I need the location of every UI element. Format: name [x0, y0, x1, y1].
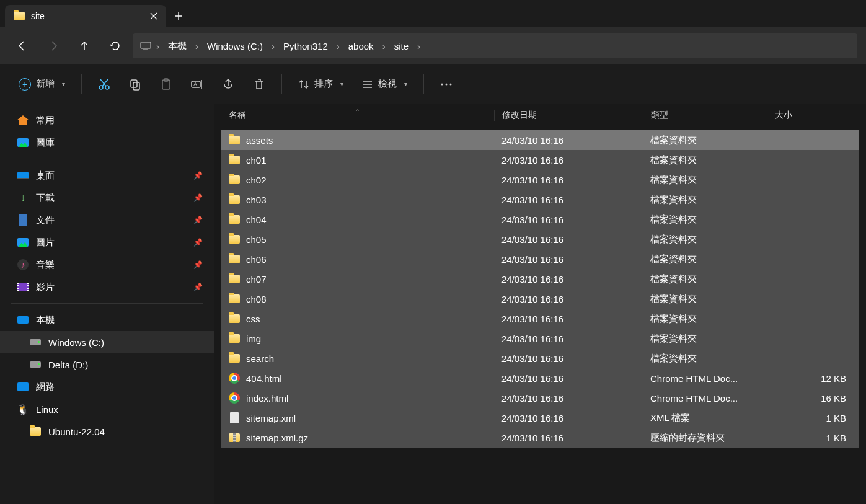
- gallery-icon: [17, 137, 29, 148]
- breadcrumb-item[interactable]: Windows (C:): [203, 40, 267, 53]
- file-size: 1 KB: [767, 433, 859, 443]
- share-button[interactable]: [214, 72, 242, 97]
- file-row[interactable]: ch0224/03/10 16:16檔案資料夾: [221, 170, 859, 190]
- file-row[interactable]: ch0424/03/10 16:16檔案資料夾: [221, 210, 859, 229]
- file-date: 24/03/10 16:16: [494, 195, 643, 205]
- file-type: 檔案資料夾: [643, 135, 767, 146]
- breadcrumb-item[interactable]: site: [391, 40, 412, 53]
- file-row[interactable]: sitemap.xml.gz24/03/10 16:16壓縮的封存資料夾1 KB: [221, 428, 859, 448]
- chevron-right-icon: ›: [337, 41, 340, 51]
- column-header-type[interactable]: 類型: [643, 110, 767, 121]
- file-name: ch03: [246, 195, 267, 205]
- tab-site[interactable]: site: [5, 5, 166, 27]
- file-row[interactable]: img24/03/10 16:16檔案資料夾: [221, 329, 859, 348]
- separator: [11, 303, 203, 304]
- sidebar-item-this-pc[interactable]: 本機: [0, 309, 214, 331]
- copy-button[interactable]: [122, 72, 149, 97]
- folder-icon: [14, 11, 25, 22]
- column-header-size[interactable]: 大小: [767, 110, 859, 121]
- sidebar-item-network[interactable]: 網路: [0, 376, 214, 398]
- sidebar-item-ubuntu[interactable]: Ubuntu-22.04: [0, 420, 214, 443]
- column-header-date[interactable]: 修改日期: [494, 110, 643, 121]
- sidebar-label: 圖片: [36, 237, 55, 249]
- file-name: ch07: [246, 274, 267, 285]
- sidebar-item-documents[interactable]: 文件📌: [0, 209, 214, 231]
- file-name: ch08: [246, 294, 267, 304]
- file-date: 24/03/10 16:16: [494, 175, 643, 185]
- sidebar-item-drive-d[interactable]: Delta (D:): [0, 353, 214, 376]
- file-row[interactable]: ch0624/03/10 16:16檔案資料夾: [221, 249, 859, 269]
- file-size: 16 KB: [767, 393, 859, 404]
- sidebar-item-pictures[interactable]: 圖片📌: [0, 231, 214, 254]
- folder-icon: [30, 426, 41, 437]
- up-button[interactable]: [71, 33, 98, 58]
- network-icon: [17, 381, 29, 392]
- separator: [11, 159, 203, 159]
- music-icon: ♪: [17, 259, 29, 270]
- paste-button[interactable]: [152, 72, 180, 97]
- column-headers: ⌃名稱 修改日期 類型 大小: [221, 104, 859, 126]
- chevron-right-icon: ›: [417, 41, 420, 51]
- sidebar-item-desktop[interactable]: 桌面📌: [0, 164, 214, 187]
- sidebar-item-music[interactable]: ♪音樂📌: [0, 254, 214, 276]
- drive-icon: [30, 359, 41, 370]
- chevron-down-icon: ▾: [340, 81, 343, 87]
- file-size: 12 KB: [767, 373, 859, 384]
- file-row[interactable]: 404.html24/03/10 16:16Chrome HTML Doc...…: [221, 368, 859, 388]
- new-button[interactable]: + 新增 ▾: [11, 72, 73, 97]
- file-row[interactable]: ch0824/03/10 16:16檔案資料夾: [221, 289, 859, 309]
- sort-indicator-icon: ⌃: [355, 108, 360, 115]
- view-button[interactable]: 檢視 ▾: [355, 72, 415, 97]
- file-row[interactable]: ch0324/03/10 16:16檔案資料夾: [221, 190, 859, 210]
- breadcrumb-item[interactable]: abook: [345, 40, 378, 53]
- breadcrumb-item[interactable]: Python312: [280, 40, 332, 53]
- file-row[interactable]: search24/03/10 16:16檔案資料夾: [221, 348, 859, 368]
- file-type: 壓縮的封存資料夾: [643, 432, 767, 444]
- sidebar-label: 網路: [36, 381, 55, 393]
- refresh-button[interactable]: [102, 33, 129, 58]
- file-row[interactable]: assets24/03/10 16:16檔案資料夾: [221, 130, 859, 150]
- file-name: ch04: [246, 214, 267, 225]
- file-row[interactable]: ch0724/03/10 16:16檔案資料夾: [221, 269, 859, 289]
- chevron-right-icon: ›: [195, 41, 198, 51]
- file-row[interactable]: ch0124/03/10 16:16檔案資料夾: [221, 150, 859, 170]
- file-date: 24/03/10 16:16: [494, 294, 643, 304]
- desktop-icon: [17, 170, 29, 181]
- new-tab-button[interactable]: [166, 5, 191, 27]
- file-list-pane: ⌃名稱 修改日期 類型 大小 assets24/03/10 16:16檔案資料夾…: [214, 104, 866, 504]
- close-tab-button[interactable]: [150, 12, 157, 20]
- sidebar-item-downloads[interactable]: ↓下載📌: [0, 187, 214, 209]
- column-header-name[interactable]: ⌃名稱: [221, 110, 494, 121]
- folder-icon: [229, 154, 240, 166]
- delete-button[interactable]: [245, 72, 273, 97]
- plus-circle-icon: +: [19, 78, 31, 91]
- chevron-down-icon: ▾: [404, 81, 407, 87]
- sidebar-item-home[interactable]: 常用: [0, 109, 214, 131]
- address-bar[interactable]: › 本機 › Windows (C:) › Python312 › abook …: [133, 33, 857, 58]
- sidebar-item-drive-c[interactable]: Windows (C:): [0, 331, 214, 353]
- svg-text:A: A: [193, 81, 197, 87]
- more-button[interactable]: [433, 72, 460, 97]
- file-row[interactable]: css24/03/10 16:16檔案資料夾: [221, 309, 859, 329]
- file-rows: assets24/03/10 16:16檔案資料夾ch0124/03/10 16…: [221, 126, 859, 504]
- chrome-icon: [229, 392, 240, 404]
- file-date: 24/03/10 16:16: [494, 274, 643, 285]
- sort-button[interactable]: 排序 ▾: [291, 72, 351, 97]
- sidebar-label: 音樂: [36, 259, 55, 271]
- sidebar-item-videos[interactable]: 影片📌: [0, 276, 214, 298]
- file-row[interactable]: sitemap.xml24/03/10 16:16XML 檔案1 KB: [221, 408, 859, 428]
- sidebar-item-gallery[interactable]: 圖庫: [0, 131, 214, 154]
- sidebar-label: 影片: [36, 281, 55, 293]
- breadcrumb-item[interactable]: 本機: [164, 39, 190, 53]
- file-type: 檔案資料夾: [643, 194, 767, 206]
- back-button[interactable]: [9, 33, 36, 58]
- forward-button[interactable]: [40, 33, 67, 58]
- rename-button[interactable]: A: [183, 72, 211, 97]
- file-row[interactable]: ch0524/03/10 16:16檔案資料夾: [221, 229, 859, 249]
- file-row[interactable]: index.html24/03/10 16:16Chrome HTML Doc.…: [221, 388, 859, 408]
- sidebar-item-linux[interactable]: 🐧Linux: [0, 398, 214, 420]
- chevron-right-icon: ›: [156, 41, 159, 51]
- pc-icon: [17, 314, 29, 325]
- file-name: assets: [246, 135, 273, 146]
- cut-button[interactable]: [91, 72, 118, 97]
